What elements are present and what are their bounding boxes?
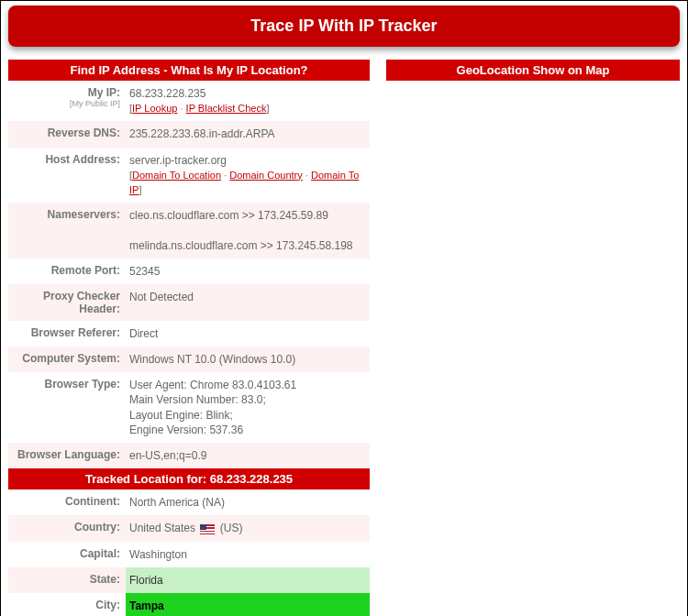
value-continent: North America (NA) <box>126 490 370 515</box>
browser-type-2: Main Version Number: 83.0; <box>129 392 366 407</box>
country-name: United States <box>129 522 195 534</box>
ip-blacklist-link[interactable]: IP Blacklist Check <box>186 103 267 114</box>
row-nameservers: Nameservers: cleo.ns.cloudflare.com >> 1… <box>8 203 370 258</box>
row-capital: Capital: Washington <box>8 542 370 567</box>
label-state: State: <box>8 567 126 591</box>
value-reverse-dns: 235.228.233.68.in-addr.ARPA <box>126 121 370 147</box>
label-host-address: Host Address: <box>8 148 126 171</box>
row-proxy-checker: Proxy Checker Header: Not Detected <box>8 284 370 321</box>
link-separator: · <box>305 170 308 181</box>
tracked-rows: Continent: North America (NA) Country: U… <box>8 490 370 616</box>
my-ip-value: 68.233.228.235 <box>129 87 205 100</box>
value-browser-referer: Direct <box>126 321 370 346</box>
label-browser-type: Browser Type: <box>8 372 126 396</box>
main-header: Trace IP With IP Tracker <box>8 6 680 47</box>
label-remote-port: Remote Port: <box>8 258 126 282</box>
country-code: (US) <box>220 522 243 534</box>
nameserver-2: melinda.ns.cloudflare.com >> 173.245.58.… <box>129 238 366 253</box>
label-capital: Capital: <box>8 542 126 566</box>
nameserver-1: cleo.ns.cloudflare.com >> 173.245.59.89 <box>129 208 366 223</box>
domain-country-link[interactable]: Domain Country <box>229 170 302 181</box>
link-separator: · <box>224 170 227 181</box>
label-browser-language: Browser Language: <box>8 443 126 467</box>
row-city: City: Tampa <box>8 593 370 616</box>
link-separator: · <box>180 103 183 114</box>
label-reverse-dns: Reverse DNS: <box>8 121 126 145</box>
browser-type-4: Engine Version: 537.36 <box>129 423 366 437</box>
value-my-ip: 68.233.228.235 [IP Lookup · IP Blacklist… <box>126 81 370 121</box>
value-browser-language: en-US,en;q=0.9 <box>126 443 370 468</box>
row-continent: Continent: North America (NA) <box>8 490 370 515</box>
page-container: Trace IP With IP Tracker Find IP Address… <box>0 0 688 616</box>
row-host-address: Host Address: server.ip-tracker.org [Dom… <box>8 148 370 204</box>
host-address-value: server.ip-tracker.org <box>129 154 227 167</box>
find-ip-header: Find IP Address - What Is My IP Location… <box>8 60 370 81</box>
value-state: Florida <box>126 567 370 593</box>
left-column: Find IP Address - What Is My IP Location… <box>8 60 370 616</box>
tracked-location-header: Tracked Location for: 68.233.228.235 <box>8 468 370 490</box>
value-country: United States (US) <box>126 515 370 541</box>
columns: Find IP Address - What Is My IP Location… <box>8 60 680 616</box>
row-remote-port: Remote Port: 52345 <box>8 258 370 284</box>
label-city: City: <box>8 593 126 616</box>
browser-type-3: Layout Engine: Blink; <box>129 408 366 423</box>
browser-type-1: User Agent: Chrome 83.0.4103.61 <box>129 378 366 392</box>
row-browser-language: Browser Language: en-US,en;q=0.9 <box>8 443 370 468</box>
label-my-ip: My IP: [My Public IP] <box>8 81 126 114</box>
label-country: Country: <box>8 515 126 539</box>
row-state: State: Florida <box>8 567 370 593</box>
label-computer-system: Computer System: <box>8 346 126 370</box>
row-computer-system: Computer System: Windows NT 10.0 (Window… <box>8 346 370 372</box>
value-browser-type: User Agent: Chrome 83.0.4103.61 Main Ver… <box>126 372 370 443</box>
label-nameservers: Nameservers: <box>8 203 126 226</box>
geolocation-header: GeoLocation Show on Map <box>386 60 680 81</box>
label-proxy-checker: Proxy Checker Header: <box>8 284 126 321</box>
value-capital: Washington <box>126 542 370 567</box>
value-proxy-checker: Not Detected <box>126 284 370 310</box>
label-continent: Continent: <box>8 490 126 513</box>
us-flag-icon <box>200 524 215 534</box>
label-my-ip-sub: [My Public IP] <box>14 99 120 108</box>
value-host-address: server.ip-tracker.org [Domain To Locatio… <box>126 148 370 204</box>
right-column: GeoLocation Show on Map <box>386 60 680 81</box>
row-country: Country: United States (US) <box>8 515 370 541</box>
row-browser-type: Browser Type: User Agent: Chrome 83.0.41… <box>8 372 370 443</box>
label-browser-referer: Browser Referer: <box>8 321 126 345</box>
ip-lookup-link[interactable]: IP Lookup <box>132 103 177 114</box>
value-computer-system: Windows NT 10.0 (Windows 10.0) <box>126 346 370 372</box>
ip-info-rows: My IP: [My Public IP] 68.233.228.235 [IP… <box>8 81 370 468</box>
value-nameservers: cleo.ns.cloudflare.com >> 173.245.59.89 … <box>126 203 370 258</box>
domain-to-location-link[interactable]: Domain To Location <box>132 170 221 181</box>
label-my-ip-text: My IP: <box>88 86 120 99</box>
row-reverse-dns: Reverse DNS: 235.228.233.68.in-addr.ARPA <box>8 121 370 147</box>
value-remote-port: 52345 <box>126 258 370 284</box>
row-my-ip: My IP: [My Public IP] 68.233.228.235 [IP… <box>8 81 370 121</box>
row-browser-referer: Browser Referer: Direct <box>8 321 370 346</box>
value-city: Tampa <box>126 593 370 616</box>
